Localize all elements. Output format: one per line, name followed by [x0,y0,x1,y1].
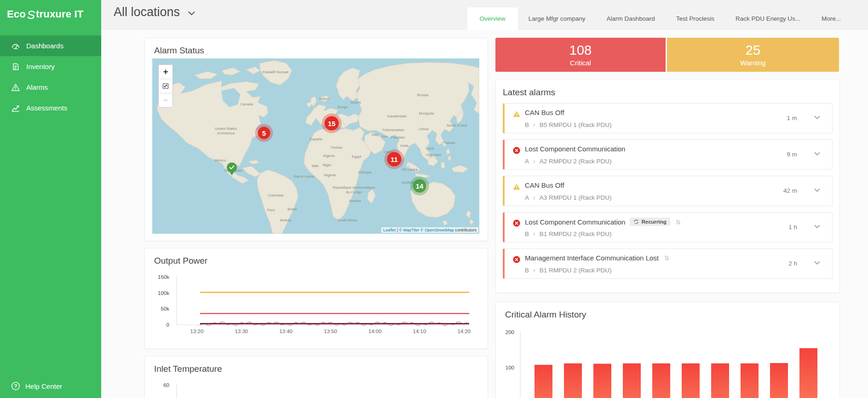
alarm-title-row: Management Interface Communication Lost [525,254,670,262]
warning-triangle-icon [513,183,520,190]
sidebar-item-label: Inventory [26,63,55,70]
tab-alarm-dashboard[interactable]: Alarm Dashboard [596,7,666,29]
alarm-location: A [525,158,529,165]
ecostruxure-it-dashboard: Eco truxure IT DashboardsInventoryAlarms… [0,0,868,398]
svg-text:200: 200 [506,329,514,335]
inlet-temperature-title: Inlet Temperature [145,357,488,379]
bell-muted-icon [663,254,670,261]
latest-alarms-card: Latest alarms CAN Bus OffB›B5 RMPDU 1 (R… [495,79,840,293]
warning-count-banner[interactable]: 25 Warning [667,38,839,72]
svg-text:?: ? [14,383,17,389]
history-bar [770,363,788,398]
inventory-box-icon [11,62,20,71]
tab-overview[interactable]: Overview [467,7,518,29]
location-selector-label: All locations [114,5,180,19]
alarm-title-row: Lost Component CommunicationRecurring [525,218,682,226]
expand-alarm-chevron-icon[interactable] [814,152,820,156]
map-fullscreen-button[interactable] [159,79,172,93]
expand-alarm-chevron-icon[interactable] [814,261,820,265]
map-marker-ok[interactable] [227,162,237,173]
sidebar-item-inventory[interactable]: Inventory [0,56,101,77]
warning-count: 25 [746,43,760,58]
bell-muted-icon [675,219,682,225]
alarm-breadcrumb: B›B1 RMPDU 2 (Rack PDU) [525,230,611,237]
expand-alarm-chevron-icon[interactable] [814,225,820,229]
alarm-row[interactable]: CAN Bus OffA›A3 RMPDU 1 (Rack PDU)42 m [503,176,833,206]
breadcrumb-chevron-icon: › [533,266,535,274]
openstreetmap-link[interactable]: © OpenStreetMap [419,228,454,232]
alarm-row[interactable]: Management Interface Communication LostB… [503,248,833,279]
tab-large-mfgr-company[interactable]: Large Mfgr company [518,7,596,29]
map-zoom-in-button[interactable]: + [159,65,172,79]
sidebar-item-label: Assessments [26,104,67,112]
expand-alarm-chevron-icon[interactable] [814,188,820,192]
critical-label: Critical [570,59,591,67]
alarm-title: CAN Bus Off [525,109,564,116]
alarm-location: A [525,194,529,201]
history-bar [535,365,552,398]
main-content: Alarm Status [101,29,868,398]
alarm-age: 1 m [787,115,797,121]
history-bar [564,363,582,398]
alarm-title: CAN Bus Off [525,181,564,189]
critical-count: 108 [569,43,592,58]
logo-text-suffix: truxure IT [36,8,83,20]
header-bar: All locations OverviewLarge Mfgr company… [101,0,868,29]
history-bar [623,363,641,398]
alarm-location: B [525,267,529,274]
critical-alarm-history-card: Critical Alarm History 100200 [495,302,840,398]
sidebar-item-alarms[interactable]: Alarms [0,77,101,98]
sidebar-menu: DashboardsInventoryAlarmsAssessments [0,35,101,118]
critical-count-banner[interactable]: 108 Critical [495,38,666,72]
world-map[interactable]: Kalaallit NunaatCanadaUnited States of A… [152,58,479,234]
history-bar [799,348,817,398]
svg-text:13:20: 13:20 [190,329,204,334]
alarm-row[interactable]: Lost Component CommunicationRecurringB›B… [503,212,833,242]
latest-alarms-title: Latest alarms [496,80,839,103]
map-zoom-out-button[interactable]: − [159,93,172,107]
svg-text:60: 60 [163,382,169,388]
tab-rack-pdu-energy-usage[interactable]: Rack PDU Energy Us... [725,7,811,29]
svg-text:14:00: 14:00 [368,329,382,334]
help-question-icon: ? [11,381,20,391]
alarm-row[interactable]: Lost Component CommunicationA›A2 RMPDU 2… [503,139,833,170]
warning-triangle-icon [513,110,520,118]
alarm-title: Lost Component Communication [525,145,625,153]
logo-text-prefix: Eco [7,8,26,20]
help-center-link[interactable]: ? Help Center [11,381,62,391]
inlet-temperature-card: Inlet Temperature 60 [144,356,488,398]
location-selector[interactable]: All locations [114,5,195,19]
trend-chart-icon [11,104,20,113]
sidebar-item-assessments[interactable]: Assessments [0,98,101,118]
map-marker-critical[interactable]: 15 [325,116,339,131]
alarm-breadcrumb: B›B1 RMPDU 2 (Rack PDU) [525,266,611,274]
recurring-badge-label: Recurring [641,219,666,225]
alarm-age: 42 m [783,187,797,194]
critical-circle-x-icon [513,147,520,154]
alarm-location: B [525,121,529,128]
map-marker-ok[interactable]: 14 [413,179,426,193]
output-power-card: Output Power 050k100k150k13:2013:3013:40… [144,248,488,349]
map-landmass [152,58,479,234]
ecostruxure-logo[interactable]: Eco truxure IT [0,0,101,29]
map-attribution: Leaflet | © MapTiler © OpenStreetMap con… [381,227,478,233]
sidebar-item-dashboards[interactable]: Dashboards [0,35,101,56]
critical-alarm-history-title: Critical Alarm History [496,302,839,324]
history-bar [593,364,611,398]
tab-more[interactable]: More... [811,7,851,29]
expand-alarm-chevron-icon[interactable] [814,115,820,120]
alarm-title: Management Interface Communication Lost [525,254,659,262]
tab-test-proclesis[interactable]: Test Proclesis [666,7,725,29]
alarm-age: 9 m [787,151,797,158]
alarm-location: B [525,231,529,237]
alarm-title: Lost Component Communication [525,218,625,226]
ecostruxure-s-icon [25,9,37,21]
history-bar [652,363,670,398]
map-marker-critical[interactable]: 5 [258,127,270,139]
map-marker-critical[interactable]: 11 [387,152,402,167]
alarm-row[interactable]: CAN Bus OffB›B5 RMPDU 1 (Rack PDU)1 m [503,103,833,133]
alarm-device: B1 RMPDU 2 (Rack PDU) [540,267,612,274]
breadcrumb-chevron-icon: › [533,194,535,201]
maptiler-link[interactable]: © MapTiler [399,228,419,232]
leaflet-link[interactable]: Leaflet [383,228,396,232]
